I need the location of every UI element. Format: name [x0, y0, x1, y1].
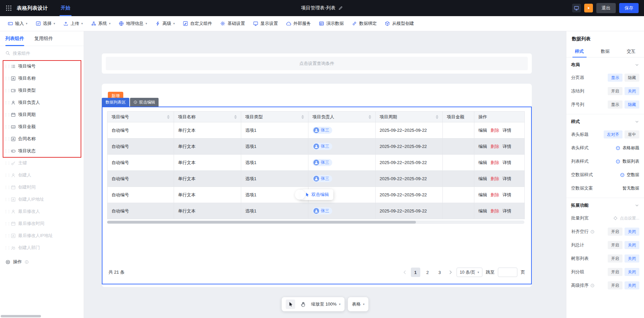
toggle-option-关闭[interactable]: 关闭 — [625, 228, 639, 236]
delete-link[interactable]: 删除 — [490, 160, 499, 165]
delete-link[interactable]: 删除 — [490, 144, 499, 149]
owner-tag[interactable]: 张三 — [312, 143, 332, 150]
panel-tab-样式[interactable]: 样式 — [566, 45, 592, 57]
exit-button[interactable]: 退出 — [596, 3, 616, 13]
panel-tab-数据[interactable]: 数据 — [592, 45, 618, 57]
topbar-tab-start[interactable]: 开始 — [58, 0, 73, 16]
sidebar-item-合同名称[interactable]: ⋮⋮合同名称 — [0, 133, 84, 145]
edit-link[interactable]: 编辑 — [478, 192, 487, 197]
column-header-项目类型[interactable]: 项目类型 — [241, 112, 308, 122]
sort-icon[interactable] — [301, 115, 304, 119]
play-icon[interactable] — [584, 4, 593, 12]
delete-link[interactable]: 删除 — [490, 208, 499, 213]
edit-link[interactable]: 编辑 — [478, 160, 487, 165]
sidebar-tab-列表组件[interactable]: 列表组件 — [5, 31, 24, 46]
edit-link[interactable]: 编辑 — [478, 144, 487, 149]
apps-grid-icon[interactable] — [5, 5, 12, 11]
sidebar-item-项目负责人[interactable]: ⋮⋮项目负责人 — [0, 96, 84, 109]
page-button-1[interactable]: 1 — [411, 268, 420, 277]
double-click-edit-tab[interactable]: 双击编辑 — [130, 98, 159, 107]
toggle-option-开启[interactable]: 开启 — [608, 87, 622, 95]
section-header[interactable]: 样式 — [571, 116, 639, 128]
sidebar-item-项目名称[interactable]: ⋮⋮项目名称 — [0, 72, 84, 84]
toolbar-item-input[interactable]: 输入▾ — [4, 18, 31, 29]
toggle-option-关闭[interactable]: 关闭 — [625, 268, 639, 276]
edit-link[interactable]: 编辑 — [478, 176, 487, 181]
sidebar-item-operation[interactable]: 操作 — [0, 256, 84, 268]
sort-icon[interactable] — [369, 115, 371, 119]
owner-tag[interactable]: 张三 — [312, 127, 332, 134]
sort-icon[interactable] — [234, 115, 237, 119]
page-button-2[interactable]: 2 — [423, 268, 432, 277]
toggle-option-隐藏[interactable]: 隐藏 — [625, 101, 639, 109]
toolbar-item-select[interactable]: 选择▾ — [32, 18, 59, 29]
column-header-项目负责人[interactable]: 项目负责人 — [308, 112, 376, 122]
toolbar-item-system[interactable]: 系统▾ — [87, 18, 115, 29]
toggle-option-关闭[interactable]: 关闭 — [625, 281, 639, 289]
chevron-left-icon[interactable] — [402, 270, 407, 275]
toolbar-item-demo-data[interactable]: 演示数据 — [315, 18, 347, 29]
toolbar-item-display-settings[interactable]: 显示设置 — [249, 18, 282, 29]
sidebar-item-项目周期[interactable]: ⋮⋮项目周期 — [0, 109, 84, 121]
toggle-option-开启[interactable]: 开启 — [608, 254, 622, 263]
owner-tag[interactable]: 张三 — [312, 207, 332, 214]
sidebar-item-项目金额[interactable]: ⋮⋮123项目金额 — [0, 121, 84, 133]
toolbar-item-data-binding[interactable]: 数据绑定 — [348, 18, 380, 29]
toolbar-item-geo[interactable]: 地理信息▾ — [115, 18, 151, 29]
jump-page-input[interactable] — [498, 268, 517, 277]
mode-select[interactable]: 表格 ▾ — [348, 297, 369, 311]
edit-title-icon[interactable] — [338, 6, 343, 10]
selected-table-region[interactable]: 项目编号项目名称项目类型项目负责人项目周期项目金额操作 自动编号单行文本选项1张… — [102, 107, 532, 284]
toolbar-item-model-create[interactable]: 从模型创建 — [381, 18, 418, 29]
column-header-项目名称[interactable]: 项目名称 — [174, 112, 241, 122]
toolbar-item-external-service[interactable]: 外部服务 — [282, 18, 314, 29]
page-button-3[interactable]: 3 — [435, 268, 444, 277]
toggle-option-居中[interactable]: 居中 — [625, 130, 639, 138]
design-canvas[interactable]: 点击设置查询条件 新增 数据列表区 双击编辑 — [84, 31, 566, 318]
sidebar-item-项目状态[interactable]: ⋮⋮项目状态 — [0, 145, 84, 157]
detail-link[interactable]: 详情 — [503, 176, 511, 181]
toggle-option-开启[interactable]: 开启 — [608, 228, 622, 236]
scrollbar-thumb[interactable] — [107, 221, 416, 224]
style-edit-link[interactable]: 表格标题 — [615, 145, 639, 151]
cursor-icon[interactable] — [286, 300, 295, 309]
owner-tag[interactable]: 张三 — [312, 159, 332, 166]
column-header-项目周期[interactable]: 项目周期 — [376, 112, 443, 122]
panel-tab-交互[interactable]: 交互 — [618, 45, 644, 57]
sidebar-item-项目类型[interactable]: ⋮⋮项目类型 — [0, 84, 84, 96]
detail-link[interactable]: 详情 — [503, 144, 511, 149]
sort-icon[interactable] — [436, 115, 438, 119]
toolbar-item-advanced[interactable]: 高级▾ — [152, 18, 179, 29]
query-settings-card[interactable]: 点击设置查询条件 — [102, 53, 532, 74]
toggle-option-关闭[interactable]: 关闭 — [625, 87, 639, 95]
page-size-select[interactable]: 10 条/页 ▾ — [457, 268, 482, 277]
data-list-card[interactable]: 新增 数据列表区 双击编辑 — [102, 84, 532, 287]
toggle-option-显示[interactable]: 显示 — [608, 74, 622, 82]
detail-link[interactable]: 详情 — [503, 208, 511, 213]
sort-icon[interactable] — [167, 115, 170, 119]
zoom-select[interactable]: 缩放至 100% ▾ — [311, 301, 340, 307]
toolbar-item-custom-component[interactable]: 自定义组件 — [179, 18, 216, 29]
sidebar-item-项目编号[interactable]: ⋮⋮项目编号 — [0, 60, 84, 72]
empty-text-input[interactable]: 暂无数据 — [622, 186, 639, 191]
detail-link[interactable]: 详情 — [503, 192, 511, 197]
sidebar-tab-复用组件[interactable]: 复用组件 — [34, 31, 53, 46]
toolbar-item-basic-settings[interactable]: 基础设置 — [216, 18, 249, 29]
toggle-option-显示[interactable]: 显示 — [608, 101, 622, 109]
detail-link[interactable]: 详情 — [503, 128, 511, 133]
delete-link[interactable]: 删除 — [490, 128, 499, 133]
detail-link[interactable]: 详情 — [503, 160, 511, 165]
toggle-option-开启[interactable]: 开启 — [608, 241, 622, 249]
style-edit-link[interactable]: 空数据 — [620, 172, 640, 178]
toggle-option-左对齐[interactable]: 左对齐 — [604, 130, 622, 138]
section-header[interactable]: 拓展功能 — [571, 199, 639, 211]
preview-icon[interactable] — [572, 4, 581, 12]
region-tab-data-list[interactable]: 数据列表区 — [102, 98, 129, 107]
edit-link[interactable]: 编辑 — [478, 128, 487, 133]
owner-tag[interactable]: 张三 — [312, 175, 332, 182]
delete-link[interactable]: 删除 — [490, 192, 499, 197]
edit-link[interactable]: 编辑 — [478, 208, 487, 213]
window-scrollbar-thumb[interactable] — [1, 315, 41, 317]
toggle-option-开启[interactable]: 开启 — [608, 281, 622, 289]
save-button[interactable]: 保存 — [619, 3, 639, 13]
